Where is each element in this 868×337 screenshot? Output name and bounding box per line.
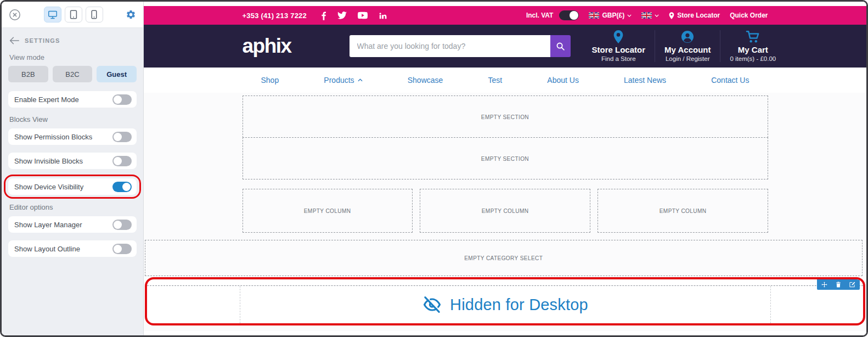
action-title: My Cart [738, 45, 768, 54]
action-title: My Account [664, 45, 711, 54]
nav-latest-news[interactable]: Latest News [624, 76, 666, 85]
chevron-up-icon [358, 78, 363, 82]
preview-top-gap [144, 2, 866, 6]
back-arrow-icon [9, 37, 19, 44]
nav-showcase[interactable]: Showcase [408, 76, 443, 85]
search-button[interactable] [550, 35, 571, 57]
header-store-locator[interactable]: Store Locator Find a Store [583, 30, 655, 62]
edit-block-button[interactable] [849, 282, 855, 288]
chevron-down-icon [655, 14, 659, 17]
settings-title: SETTINGS [25, 37, 60, 44]
columns-row: EMPTY COLUMN EMPTY COLUMN EMPTY COLUMN [243, 189, 768, 233]
toggle-row-invisible-blocks: Show Invisible Blocks [8, 153, 137, 169]
action-subtitle: Find a Store [601, 55, 636, 62]
toggle-row-expert-mode: Enable Expert Mode [8, 91, 137, 108]
main-header: aphix Store Locator Find a Store [144, 25, 866, 68]
device-visibility-toggle[interactable] [112, 182, 132, 192]
linkedin-icon[interactable] [379, 12, 387, 20]
incl-vat-label: Incl. VAT [526, 12, 554, 19]
action-title: Store Locator [592, 45, 646, 54]
main-nav: Shop Products Showcase Test About Us Lat… [144, 68, 866, 93]
nav-test[interactable]: Test [488, 76, 502, 85]
layout-outline-toggle[interactable] [112, 244, 132, 254]
device-visibility-highlight: Show Device Visibility [4, 175, 141, 199]
permission-blocks-toggle[interactable] [112, 132, 132, 142]
twitter-icon[interactable] [337, 12, 347, 19]
settings-header[interactable]: SETTINGS [9, 37, 137, 44]
tablet-icon [70, 10, 77, 19]
hidden-block[interactable]: Hidden for Desktop [147, 285, 863, 323]
uk-flag-icon [589, 12, 599, 19]
layer-manager-toggle[interactable] [112, 220, 132, 230]
eye-off-icon [422, 296, 442, 313]
mobile-icon [91, 10, 97, 19]
hidden-block-label: Hidden for Desktop [450, 296, 588, 314]
toggle-label: Show Layout Outline [14, 245, 80, 253]
toggle-label: Show Permission Blocks [14, 133, 92, 141]
move-block-button[interactable] [821, 282, 827, 288]
view-mode-b2b-button[interactable]: B2B [8, 66, 48, 82]
device-desktop-button[interactable] [44, 7, 61, 23]
empty-column-block[interactable]: EMPTY COLUMN [598, 189, 768, 233]
chevron-down-icon [627, 14, 632, 17]
empty-column-block[interactable]: EMPTY COLUMN [243, 189, 413, 233]
phone-number[interactable]: +353 (41) 213 7222 [243, 12, 307, 20]
sidebar-topbar [2, 2, 143, 28]
toggle-label: Enable Expert Mode [14, 96, 79, 104]
action-subtitle: 0 item(s) - £0.00 [730, 55, 776, 62]
preview-bottom-gap [144, 331, 866, 335]
search-box [350, 35, 571, 57]
empty-section-block[interactable]: EMPTY SECTION [243, 96, 768, 138]
empty-category-select-block[interactable]: EMPTY CATEGORY SELECT [145, 240, 863, 276]
currency-selector[interactable]: GBP(£) [589, 12, 632, 19]
quick-order-link[interactable]: Quick Order [730, 12, 768, 19]
invisible-blocks-toggle[interactable] [112, 156, 132, 166]
quick-order-label: Quick Order [730, 12, 768, 19]
device-tablet-button[interactable] [65, 7, 82, 23]
expert-mode-toggle[interactable] [112, 94, 132, 105]
nav-products[interactable]: Products [324, 76, 362, 85]
currency-label: GBP(£) [602, 12, 624, 19]
empty-column-block[interactable]: EMPTY COLUMN [420, 189, 590, 233]
builder-canvas: EMPTY SECTION EMPTY SECTION EMPTY COLUMN… [144, 93, 866, 331]
header-my-cart[interactable]: My Cart 0 item(s) - £0.00 [720, 30, 785, 62]
toggle-row-layout-outline: Show Layout Outline [8, 240, 137, 257]
settings-sidebar: SETTINGS View mode B2B B2C Guest Enable … [2, 2, 144, 335]
device-mode-group [44, 7, 103, 23]
toggle-row-permission-blocks: Show Permission Blocks [8, 128, 137, 145]
cart-icon [746, 30, 760, 43]
view-mode-b2c-button[interactable]: B2C [53, 66, 93, 82]
location-pin-icon [669, 12, 674, 19]
nav-shop[interactable]: Shop [261, 76, 279, 85]
empty-section-block[interactable]: EMPTY SECTION [243, 137, 768, 179]
language-selector[interactable] [641, 12, 659, 19]
nav-contact-us[interactable]: Contact Us [711, 76, 749, 85]
move-icon [821, 282, 827, 288]
close-button[interactable] [9, 9, 21, 21]
topbar-store-locator-link[interactable]: Store Locator [669, 12, 720, 19]
edit-icon [849, 282, 855, 288]
aphix-logo[interactable]: aphix [243, 35, 335, 58]
nav-about-us[interactable]: About Us [547, 76, 579, 85]
utility-bar: +353 (41) 213 7222 [144, 6, 866, 25]
action-subtitle: Login / Register [666, 55, 710, 62]
incl-vat-toggle[interactable] [559, 10, 579, 20]
header-my-account[interactable]: My Account Login / Register [655, 30, 720, 62]
view-mode-guest-button[interactable]: Guest [97, 66, 137, 82]
toggle-label: Show Device Visibility [14, 183, 83, 191]
header-actions: Store Locator Find a Store My Account Lo… [583, 30, 786, 62]
search-input[interactable] [350, 35, 550, 57]
youtube-icon[interactable] [358, 12, 368, 19]
sidebar-body: SETTINGS View mode B2B B2C Guest Enable … [2, 28, 143, 265]
uk-flag-icon [641, 12, 652, 19]
trash-icon [836, 282, 841, 288]
editor-options-section-label: Editor options [9, 203, 137, 211]
delete-block-button[interactable] [836, 282, 841, 288]
blocks-view-section-label: Blocks View [9, 115, 137, 123]
view-mode-group: B2B B2C Guest [8, 66, 137, 82]
site-preview: +353 (41) 213 7222 [144, 2, 866, 335]
close-icon [9, 9, 21, 21]
device-mobile-button[interactable] [86, 7, 103, 23]
facebook-icon[interactable] [321, 11, 326, 20]
settings-gear-button[interactable] [126, 9, 136, 20]
